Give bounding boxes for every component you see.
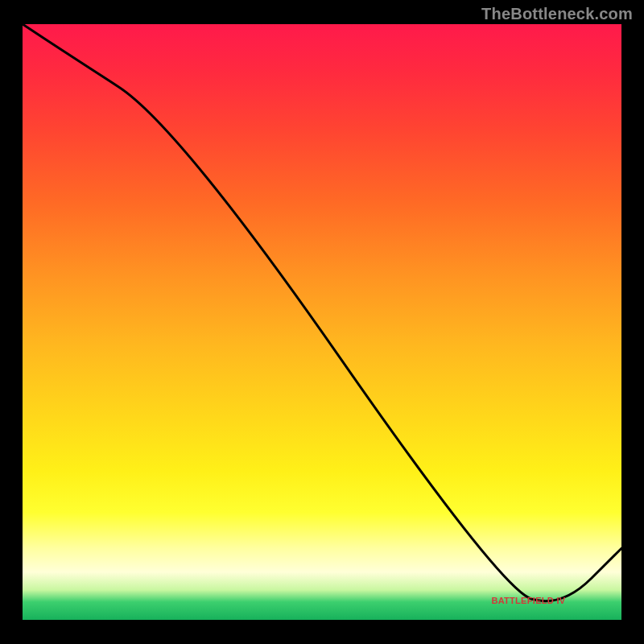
- bottleneck-curve: [23, 24, 621, 601]
- plot-area: BATTLEFIELD IV: [23, 24, 621, 620]
- chart-container: TheBottleneck.com BATTLEFIELD IV: [0, 0, 644, 644]
- annotation-battlefield: BATTLEFIELD IV: [491, 596, 565, 605]
- watermark-text: TheBottleneck.com: [481, 5, 633, 23]
- line-overlay: [23, 24, 621, 620]
